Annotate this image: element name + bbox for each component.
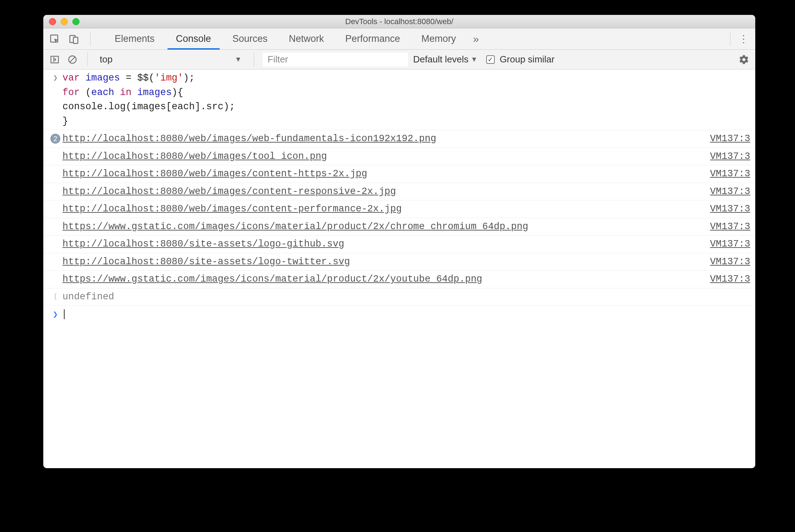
log-url-link[interactable]: http://localhost:8080/site-assets/logo-t… xyxy=(62,256,350,267)
console-prompt-input[interactable] xyxy=(62,307,750,322)
console-log-row: http://localhost:8080/site-assets/logo-g… xyxy=(43,235,755,253)
tab-elements[interactable]: Elements xyxy=(104,28,165,49)
log-message: http://localhost:8080/site-assets/logo-t… xyxy=(62,255,706,269)
tabs-overflow-button[interactable]: » xyxy=(467,28,486,49)
chevron-down-icon: ▼ xyxy=(235,55,242,63)
log-url-link[interactable]: http://localhost:8080/web/images/content… xyxy=(62,204,402,214)
log-gutter xyxy=(48,220,62,221)
console-log-row: http://localhost:8080/web/images/tool_ic… xyxy=(43,148,755,166)
log-gutter xyxy=(48,149,62,151)
console-result-row: ⟨ undefined xyxy=(43,288,755,306)
log-source-link[interactable]: VM137:3 xyxy=(706,149,750,164)
levels-label: Default levels xyxy=(413,54,468,65)
device-toolbar-icon[interactable] xyxy=(67,33,80,45)
separator xyxy=(254,52,254,67)
sidebar-toggle-icon[interactable] xyxy=(48,53,61,66)
log-message: http://localhost:8080/web/images/content… xyxy=(62,202,706,216)
overflow-glyph: » xyxy=(473,33,479,45)
log-message: https://www.gstatic.com/images/icons/mat… xyxy=(62,220,706,234)
kebab-menu-icon[interactable]: ⋮ xyxy=(738,33,750,45)
log-gutter xyxy=(48,255,62,256)
tab-label: Memory xyxy=(421,33,456,44)
separator xyxy=(730,32,730,46)
log-url-link[interactable]: http://localhost:8080/web/images/web-fun… xyxy=(62,133,436,144)
log-message: http://localhost:8080/web/images/tool_ic… xyxy=(62,149,706,164)
log-url-link[interactable]: http://localhost:8080/web/images/content… xyxy=(62,186,396,197)
filter-input[interactable] xyxy=(263,52,408,67)
log-gutter xyxy=(48,184,62,186)
log-source-link[interactable]: VM137:3 xyxy=(706,272,750,287)
log-levels-select[interactable]: Default levels ▼ xyxy=(413,54,478,65)
tab-label: Console xyxy=(176,33,211,44)
console-result-value: undefined xyxy=(62,290,750,304)
console-log-row: 2http://localhost:8080/web/images/web-fu… xyxy=(43,130,755,148)
devtools-window: DevTools - localhost:8080/web/ Elements … xyxy=(43,15,755,468)
log-source-link[interactable]: VM137:3 xyxy=(706,132,750,146)
group-similar-toggle[interactable]: ✓ Group similar xyxy=(486,54,555,65)
tab-sources[interactable]: Sources xyxy=(222,28,278,49)
console-log-row: https://www.gstatic.com/images/icons/mat… xyxy=(43,271,755,288)
log-gutter xyxy=(48,237,62,238)
tab-label: Performance xyxy=(345,33,400,44)
inspect-element-icon[interactable] xyxy=(48,33,61,45)
log-source-link[interactable]: VM137:3 xyxy=(706,220,750,234)
result-prompt-icon: ⟨ xyxy=(48,290,62,303)
context-label: top xyxy=(100,54,113,65)
separator xyxy=(90,32,91,46)
settings-gear-icon[interactable] xyxy=(738,53,750,66)
tab-console[interactable]: Console xyxy=(165,28,222,49)
log-gutter xyxy=(48,202,62,203)
log-source-link[interactable]: VM137:3 xyxy=(706,167,750,181)
log-message: http://localhost:8080/web/images/content… xyxy=(62,184,706,199)
tab-memory[interactable]: Memory xyxy=(411,28,467,49)
window-title: DevTools - localhost:8080/web/ xyxy=(43,17,755,26)
log-gutter: 2 xyxy=(48,132,62,144)
console-log-row: http://localhost:8080/web/images/content… xyxy=(43,200,755,218)
chevron-down-icon: ▼ xyxy=(471,55,478,63)
console-filterbar: top ▼ Default levels ▼ ✓ Group similar xyxy=(43,50,755,70)
console-log-row: https://www.gstatic.com/images/icons/mat… xyxy=(43,218,755,236)
log-url-link[interactable]: http://localhost:8080/web/images/content… xyxy=(62,168,367,179)
panel-tabs: Elements Console Sources Network Perform… xyxy=(104,28,486,49)
titlebar: DevTools - localhost:8080/web/ xyxy=(43,15,755,28)
console-input-row: ❯ var images = $$('img'); for (each in i… xyxy=(43,70,755,130)
group-similar-label: Group similar xyxy=(500,54,555,65)
repeat-count-badge: 2 xyxy=(50,134,60,144)
svg-rect-2 xyxy=(73,37,78,44)
log-source-link[interactable]: VM137:3 xyxy=(706,255,750,269)
log-url-link[interactable]: http://localhost:8080/web/images/tool_ic… xyxy=(62,151,327,162)
input-prompt-icon: ❯ xyxy=(48,71,62,84)
log-message: http://localhost:8080/web/images/content… xyxy=(62,167,706,181)
checkbox-icon: ✓ xyxy=(486,55,495,64)
log-message: http://localhost:8080/web/images/web-fun… xyxy=(62,132,706,146)
console-log-row: http://localhost:8080/site-assets/logo-t… xyxy=(43,253,755,271)
log-url-link[interactable]: http://localhost:8080/site-assets/logo-g… xyxy=(62,239,344,249)
log-source-link[interactable]: VM137:3 xyxy=(706,202,750,216)
main-tabbar: Elements Console Sources Network Perform… xyxy=(43,28,755,50)
tab-label: Network xyxy=(289,33,324,44)
clear-console-icon[interactable] xyxy=(66,53,79,66)
console-log-row: http://localhost:8080/web/images/content… xyxy=(43,165,755,183)
tab-label: Elements xyxy=(115,33,155,44)
execution-context-select[interactable]: top ▼ xyxy=(96,52,245,66)
tab-performance[interactable]: Performance xyxy=(335,28,411,49)
console-prompt-row[interactable]: ❯ xyxy=(43,306,755,323)
log-source-link[interactable]: VM137:3 xyxy=(706,237,750,251)
log-url-link[interactable]: https://www.gstatic.com/images/icons/mat… xyxy=(62,274,482,284)
log-gutter xyxy=(48,167,62,168)
log-message: https://www.gstatic.com/images/icons/mat… xyxy=(62,272,706,287)
console-input-code: var images = $$('img'); for (each in ima… xyxy=(62,71,750,128)
prompt-icon: ❯ xyxy=(48,307,62,321)
log-url-link[interactable]: https://www.gstatic.com/images/icons/mat… xyxy=(62,221,528,232)
log-source-link[interactable]: VM137:3 xyxy=(706,184,750,199)
console-log-row: http://localhost:8080/web/images/content… xyxy=(43,183,755,201)
separator xyxy=(87,52,88,67)
log-message: http://localhost:8080/site-assets/logo-g… xyxy=(62,237,706,251)
log-gutter xyxy=(48,272,62,273)
console-output[interactable]: ❯ var images = $$('img'); for (each in i… xyxy=(43,70,755,468)
tab-network[interactable]: Network xyxy=(278,28,335,49)
tab-label: Sources xyxy=(232,33,268,44)
